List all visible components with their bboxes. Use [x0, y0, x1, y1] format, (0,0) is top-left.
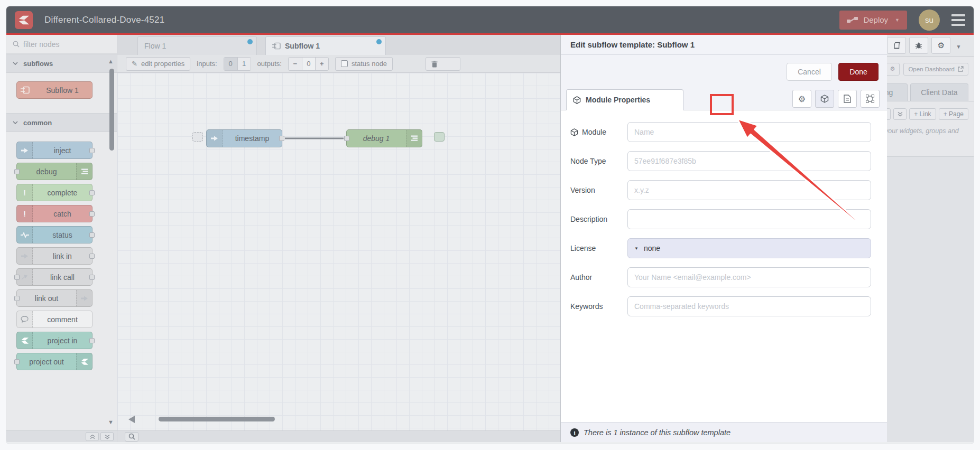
canvas-node-debug-1[interactable]: debug 1 — [346, 129, 422, 147]
debug-icon — [406, 130, 422, 147]
add-page-button[interactable]: + Page — [939, 108, 968, 120]
node-output-port — [89, 232, 95, 238]
palette-node-subflow-1[interactable]: Subflow 1 — [16, 81, 93, 99]
keywords-input[interactable] — [627, 296, 871, 316]
comment-icon — [17, 311, 33, 327]
palette-node-link-call[interactable]: link call — [16, 268, 93, 286]
palette-collapse-all-button[interactable] — [86, 432, 99, 441]
chevron-down-icon — [13, 62, 18, 65]
palette-node-catch[interactable]: ! catch — [16, 205, 93, 222]
outputs-value: 0 — [302, 58, 315, 70]
edit-properties-button[interactable]: ✎ edit properties — [126, 57, 190, 71]
palette-category-subflows[interactable]: subflows — [6, 54, 117, 73]
module-label: Module — [570, 128, 627, 136]
node-input-port — [14, 296, 20, 301]
version-input[interactable] — [627, 180, 871, 200]
description-button[interactable] — [838, 90, 857, 108]
node-red-logo-icon — [15, 11, 33, 29]
node-output-port — [89, 338, 95, 343]
license-value: none — [644, 244, 660, 252]
node-input-port[interactable] — [344, 136, 349, 141]
book-icon — [893, 42, 901, 49]
palette-node-status[interactable]: status — [16, 226, 93, 243]
module-properties-button[interactable] — [815, 90, 834, 108]
select-caret-icon: ▼ — [634, 246, 639, 251]
canvas-search-button[interactable] — [125, 432, 138, 442]
canvas-horizontal-scrollbar[interactable] — [159, 417, 275, 421]
node-output-port — [89, 211, 95, 217]
cancel-button[interactable]: Cancel — [787, 63, 832, 81]
palette-node-project-in[interactable]: project in — [16, 332, 93, 349]
palette-node-inject[interactable]: inject — [16, 142, 93, 159]
done-button[interactable]: Done — [838, 63, 879, 81]
sidebar-tabs-caret-icon[interactable]: ▼ — [956, 44, 961, 50]
open-dashboard-button[interactable]: Open Dashboard — [903, 63, 968, 76]
palette-node-debug[interactable]: debug — [16, 163, 93, 180]
help-tab-button[interactable] — [887, 37, 906, 54]
appearance-icon — [866, 95, 874, 103]
palette-scroll-down-icon[interactable]: ▼ — [108, 419, 114, 425]
palette-node-comment[interactable]: comment — [16, 311, 93, 328]
palette-node-complete[interactable]: ! complete — [16, 184, 93, 201]
tab-module-properties[interactable]: Module Properties — [566, 89, 683, 110]
module-input[interactable] — [627, 122, 871, 142]
add-link-button[interactable]: + Link — [909, 108, 936, 120]
outputs-stepper: − 0 + — [288, 57, 329, 71]
outputs-increase-button[interactable]: + — [315, 58, 328, 70]
subflow-input-stub[interactable] — [192, 132, 203, 142]
node-output-port[interactable] — [279, 136, 284, 141]
gear-icon: ⚙ — [938, 41, 945, 50]
node-settings-button[interactable]: ⚙ — [792, 90, 811, 108]
subflow-output-stub[interactable] — [434, 132, 445, 142]
config-tab-button[interactable]: ⚙ — [931, 37, 950, 54]
chevron-down-icon — [13, 121, 18, 125]
keywords-label: Keywords — [570, 302, 627, 311]
cube-icon — [820, 95, 829, 103]
main-menu-button[interactable] — [951, 14, 965, 26]
author-label: Author — [570, 273, 627, 282]
search-icon — [13, 41, 20, 48]
external-link-icon — [958, 66, 964, 72]
palette-node-link-in[interactable]: link in — [16, 247, 93, 265]
license-label: License — [570, 244, 627, 252]
palette-category-common[interactable]: common — [6, 113, 117, 132]
workspace: Flow 1 Subflow 1 ✎ edit properties input… — [117, 35, 780, 442]
inject-icon — [17, 142, 33, 158]
outputs-decrease-button[interactable]: − — [289, 58, 302, 70]
palette-search[interactable]: filter nodes — [6, 35, 117, 54]
tab-subflow-1[interactable]: Subflow 1 — [265, 36, 386, 55]
palette-node-project-out[interactable]: project out — [16, 353, 93, 370]
tab-client-data[interactable]: Client Data — [910, 83, 968, 101]
gear-icon: ⚙ — [798, 94, 806, 104]
tab-flow-1[interactable]: Flow 1 — [137, 36, 257, 55]
deploy-button[interactable]: Deploy ▼ — [839, 11, 907, 30]
license-select[interactable]: ▼ none — [627, 238, 871, 258]
status-node-checkbox[interactable] — [341, 60, 348, 67]
field-row-module: Module — [570, 122, 871, 142]
canvas-scroll-left-icon[interactable] — [128, 416, 135, 423]
inputs-option-1[interactable]: 1 — [237, 58, 251, 70]
node-output-port — [89, 254, 95, 259]
gear-icon: ⚙ — [890, 65, 895, 72]
subflow-icon — [17, 82, 33, 98]
dialog-footer: i There is 1 instance of this subflow te… — [561, 422, 887, 442]
expand-all-button[interactable] — [893, 108, 907, 120]
appearance-button[interactable] — [861, 90, 880, 108]
status-node-toggle[interactable]: status node — [335, 57, 393, 71]
delete-subflow-button[interactable] — [426, 57, 460, 71]
deploy-icon — [847, 16, 858, 24]
palette-expand-all-button[interactable] — [100, 432, 114, 441]
modified-dot — [376, 39, 382, 44]
author-input[interactable] — [627, 267, 871, 287]
debug-tab-button[interactable] — [909, 37, 928, 54]
canvas-node-timestamp[interactable]: timestamp — [206, 129, 282, 147]
description-input[interactable] — [627, 209, 871, 229]
edit-subflow-dialog: Edit subflow template: Subflow 1 Cancel … — [560, 35, 887, 442]
palette-scrollbar[interactable] — [109, 69, 114, 151]
inputs-option-0[interactable]: 0 — [224, 58, 237, 70]
deploy-caret-icon[interactable]: ▼ — [895, 17, 900, 23]
palette-node-link-out[interactable]: link out — [16, 289, 93, 307]
node-type-input[interactable] — [627, 151, 871, 171]
user-avatar[interactable]: su — [919, 10, 940, 31]
palette-scroll-up-icon[interactable]: ▲ — [108, 58, 114, 64]
